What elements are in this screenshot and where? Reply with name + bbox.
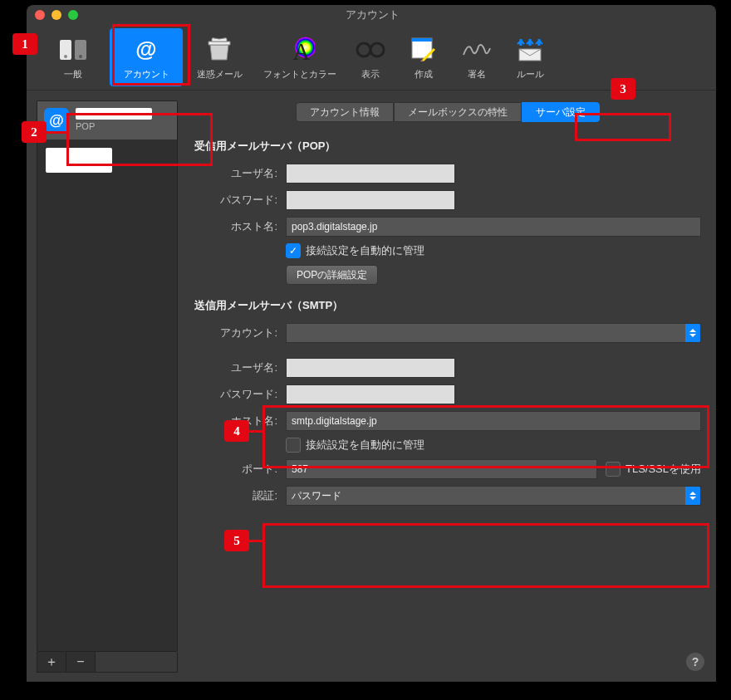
- remove-account-button[interactable]: −: [66, 652, 96, 672]
- svg-point-8: [370, 43, 384, 56]
- help-button[interactable]: ?: [686, 653, 704, 671]
- toolbar-signature-label: 署名: [468, 68, 486, 81]
- tab-mailbox[interactable]: メールボックスの特性: [394, 102, 522, 122]
- sidebar-buttons: ＋ −: [37, 652, 178, 673]
- compose-icon: [409, 35, 439, 65]
- incoming-title: 受信用メールサーバ（POP）: [194, 139, 701, 154]
- add-account-button[interactable]: ＋: [37, 652, 66, 672]
- incoming-password-input[interactable]: [286, 190, 455, 210]
- outgoing-auto-label: 接続設定を自動的に管理: [306, 438, 424, 453]
- account-list-item[interactable]: @ POP: [37, 101, 177, 140]
- select-arrows-icon: [685, 487, 700, 505]
- tab-account-info[interactable]: アカウント情報: [296, 102, 394, 122]
- incoming-password-label: パスワード:: [194, 193, 277, 208]
- outgoing-port-input[interactable]: 587: [286, 459, 597, 479]
- outgoing-tls-checkbox[interactable]: [606, 462, 621, 477]
- toolbar-account[interactable]: @ アカウント: [110, 28, 183, 86]
- toolbar-compose[interactable]: 作成: [397, 28, 450, 86]
- window-title: アカウント: [37, 7, 708, 22]
- select-arrows-icon: [685, 324, 700, 342]
- svg-text:A: A: [292, 39, 310, 64]
- toolbar-display-label: 表示: [361, 68, 380, 81]
- outgoing-auth-label: 認証:: [194, 488, 277, 503]
- toolbar-font-label: フォントとカラー: [263, 68, 336, 81]
- toolbar-rules[interactable]: ルール: [503, 28, 557, 86]
- account-name-masked: [76, 108, 152, 120]
- at-badge-icon: @: [44, 108, 69, 133]
- outgoing-tls-label: TLS/SSLを使用: [626, 462, 701, 477]
- incoming-section: 受信用メールサーバ（POP） ユーザ名: パスワード: ホスト名: pop3.d…: [194, 139, 701, 285]
- toolbar-display[interactable]: 表示: [344, 28, 397, 86]
- svg-point-3: [79, 55, 82, 58]
- outgoing-user-input[interactable]: [286, 358, 455, 378]
- svg-text:@: @: [135, 37, 156, 61]
- outgoing-user-label: ユーザ名:: [194, 360, 277, 375]
- incoming-auto-label: 接続設定を自動的に管理: [306, 243, 424, 258]
- toolbar-font[interactable]: A フォントとカラー: [256, 28, 344, 86]
- titlebar: アカウント: [27, 5, 716, 25]
- account-text: POP: [76, 108, 152, 132]
- toolbar-general[interactable]: 一般: [37, 28, 110, 86]
- incoming-host-input[interactable]: pop3.digitalstage.jp: [286, 217, 701, 237]
- outgoing-host-input[interactable]: smtp.digitalstage.jp: [286, 411, 701, 431]
- tab-server-settings[interactable]: サーバ設定: [522, 102, 600, 122]
- outgoing-password-label: パスワード:: [194, 387, 277, 402]
- toolbar-account-label: アカウント: [124, 68, 169, 81]
- outgoing-auto-checkbox[interactable]: [286, 438, 301, 453]
- incoming-auto-checkbox[interactable]: ✓: [286, 243, 301, 258]
- tab-bar: アカウント情報 メールボックスの特性 サーバ設定: [194, 102, 701, 122]
- rules-icon: [515, 35, 545, 65]
- toolbar-junk[interactable]: 迷惑メール: [183, 28, 256, 86]
- toolbar: 一般 @ アカウント 迷惑メール A フォントとカラー 表示: [27, 25, 716, 91]
- account-sidebar: @ POP ＋ −: [27, 91, 188, 682]
- trash-icon: [204, 35, 234, 65]
- glasses-icon: [356, 35, 385, 65]
- signature-icon: [462, 35, 492, 65]
- toolbar-compose-label: 作成: [415, 68, 433, 81]
- outgoing-section: 送信用メールサーバ（SMTP） アカウント: ユーザ名: パスワード:: [194, 298, 701, 506]
- outgoing-auth-value: パスワード: [292, 489, 341, 503]
- outgoing-password-input[interactable]: [286, 384, 455, 404]
- toolbar-general-label: 一般: [64, 68, 82, 81]
- preferences-window: アカウント 一般 @ アカウント 迷惑メール A フォントとカラー: [27, 5, 716, 682]
- outgoing-host-label: ホスト名:: [194, 414, 277, 428]
- toolbar-rules-label: ルール: [517, 68, 544, 81]
- content: @ POP ＋ − アカウント情報 メールボックスの特性 サーバ設定: [27, 91, 716, 682]
- outgoing-account-select[interactable]: [286, 323, 701, 343]
- outgoing-title: 送信用メールサーバ（SMTP）: [194, 298, 701, 313]
- svg-point-2: [64, 55, 67, 58]
- incoming-user-input[interactable]: [286, 164, 455, 184]
- main-panel: アカウント情報 メールボックスの特性 サーバ設定 受信用メールサーバ（POP） …: [188, 91, 716, 682]
- at-icon: @: [131, 35, 161, 65]
- account-list-blank[interactable]: [46, 148, 112, 173]
- font-color-icon: A: [285, 35, 315, 65]
- svg-point-7: [357, 43, 370, 56]
- svg-rect-11: [412, 38, 432, 42]
- account-list[interactable]: @ POP: [37, 100, 178, 652]
- toolbar-signature[interactable]: 署名: [450, 28, 503, 86]
- outgoing-port-label: ポート:: [194, 462, 277, 477]
- pop-details-button[interactable]: POPの詳細設定: [286, 265, 378, 285]
- incoming-user-label: ユーザ名:: [194, 166, 277, 181]
- toolbar-junk-label: 迷惑メール: [197, 68, 243, 81]
- account-type-label: POP: [76, 121, 152, 132]
- outgoing-account-label: アカウント:: [194, 326, 277, 340]
- outgoing-auth-select[interactable]: パスワード: [286, 486, 701, 506]
- switch-icon: [58, 35, 88, 65]
- incoming-host-label: ホスト名:: [194, 219, 277, 234]
